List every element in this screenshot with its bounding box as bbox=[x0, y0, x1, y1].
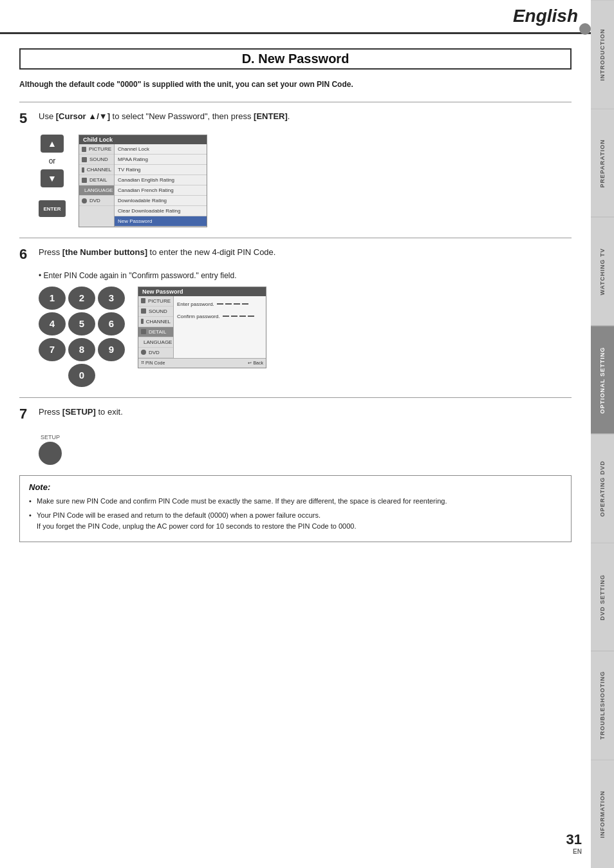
menu-right-clear-dl: Clear Downloadable Rating bbox=[115, 206, 207, 216]
step5-section: 5 Use [Cursor ▲/▼] to select "New Passwo… bbox=[19, 102, 572, 227]
remote-controls: ▲ or ▼ ENTER bbox=[39, 135, 66, 217]
num-btn-0: 0 bbox=[68, 364, 95, 387]
page-subtitle: Although the default code "0000" is supp… bbox=[19, 79, 572, 90]
or-label: or bbox=[49, 156, 56, 165]
step5-number: 5 bbox=[19, 110, 33, 127]
sidebar-tab-troubleshooting[interactable]: TROUBLESHOOTING bbox=[591, 651, 614, 760]
sidebar-tab-information[interactable]: INFORMATION bbox=[591, 760, 614, 869]
step5-header: 5 Use [Cursor ▲/▼] to select "New Passwo… bbox=[19, 110, 572, 127]
pw-enter-label: Enter password. bbox=[177, 301, 214, 307]
cursor-up-button: ▲ bbox=[41, 135, 64, 153]
sidebar-tab-watching-tv[interactable]: WATCHING TV bbox=[591, 217, 614, 326]
setup-button: SETUP bbox=[39, 434, 62, 465]
pw-menu: New Password PICTURE SOUND CHANNEL DETAI… bbox=[138, 287, 266, 368]
menu-left-picture: PICTURE bbox=[79, 144, 114, 155]
pw-menu-left: PICTURE SOUND CHANNEL DETAIL LANGUAGE DV… bbox=[138, 296, 174, 358]
note-item-1: Make sure new PIN Code and confirm PIN C… bbox=[29, 496, 562, 507]
top-bar: English bbox=[0, 0, 591, 34]
num-btn-8: 8 bbox=[68, 338, 95, 361]
language-label: English bbox=[513, 6, 578, 26]
num-btn-9: 9 bbox=[98, 338, 125, 361]
step7-instruction: Press [SETUP] to exit. bbox=[39, 406, 123, 419]
menu-right-can-fr: Canadian French Rating bbox=[115, 185, 207, 196]
note-box: Note: Make sure new PIN Code and confirm… bbox=[19, 475, 572, 543]
step6-bullet: Enter PIN Code again in "Confirm passwor… bbox=[39, 270, 572, 281]
sidebar-tab-dvd-setting[interactable]: DVD SETTING bbox=[591, 543, 614, 652]
page-title: D. New Password bbox=[19, 48, 572, 70]
step7-content: SETUP bbox=[39, 430, 572, 465]
note-title: Note: bbox=[29, 482, 562, 492]
num-btn-2: 2 bbox=[68, 287, 95, 310]
menu-right-tv-rating: TV Rating bbox=[115, 165, 207, 175]
pw-menu-footer: ⠿ PIN Code ↩ Back bbox=[138, 358, 266, 368]
cursor-down-button: ▼ bbox=[41, 169, 64, 187]
step6-instruction: Press [the Number buttons] to enter the … bbox=[39, 246, 275, 259]
menu-left-language: LANGUAGE bbox=[79, 185, 114, 196]
setup-circle-icon bbox=[39, 442, 62, 465]
numpad: 1 2 3 4 5 6 7 8 9 0 bbox=[39, 287, 125, 387]
pw-menu-left-picture: PICTURE bbox=[138, 296, 173, 307]
menu-right-new-pw: New Password bbox=[115, 216, 207, 227]
sidebar-tab-operating-dvd[interactable]: OPERATING DVD bbox=[591, 434, 614, 543]
sidebar-tab-preparation[interactable]: PREPARATION bbox=[591, 109, 614, 218]
pw-dots-confirm bbox=[223, 316, 254, 317]
menu-left-detail: DETAIL bbox=[79, 175, 114, 185]
enter-button: ENTER bbox=[39, 200, 66, 217]
setup-label: SETUP bbox=[41, 434, 60, 440]
top-circle-decoration bbox=[579, 23, 591, 35]
sidebar-tab-optional-setting[interactable]: OPTIONAL SETTING bbox=[591, 326, 614, 435]
num-btn-5: 5 bbox=[68, 312, 95, 335]
num-btn-7: 7 bbox=[39, 338, 66, 361]
step6-content: 1 2 3 4 5 6 7 8 9 0 New Password PICTURE bbox=[39, 287, 572, 387]
main-content: D. New Password Although the default cod… bbox=[0, 35, 591, 555]
pw-menu-left-channel: CHANNEL bbox=[138, 317, 173, 327]
step5-instruction: Use [Cursor ▲/▼] to select "New Password… bbox=[39, 110, 290, 123]
pw-footer-pin: ⠿ PIN Code bbox=[141, 361, 165, 366]
pw-menu-left-detail: DETAIL bbox=[138, 327, 173, 337]
pw-menu-left-dvd: DVD bbox=[138, 348, 173, 358]
step7-header: 7 Press [SETUP] to exit. bbox=[19, 406, 572, 422]
menu-right-downloadable: Downloadable Rating bbox=[115, 196, 207, 206]
pw-footer-back: ↩ Back bbox=[248, 361, 263, 366]
menu-right-can-eng: Canadian English Rating bbox=[115, 175, 207, 185]
num-btn-4: 4 bbox=[39, 312, 66, 335]
menu-left-sound: SOUND bbox=[79, 155, 114, 165]
num-btn-3: 3 bbox=[98, 287, 125, 310]
note-item-2: Your PIN Code will be erased and return … bbox=[29, 510, 562, 531]
step5-menu-header: Child Lock bbox=[79, 135, 207, 144]
step5-content: ▲ or ▼ ENTER Child Lock PICTURE SOUND CH… bbox=[39, 135, 572, 227]
pw-dots-enter bbox=[217, 303, 248, 305]
pw-confirm-label: Confirm password. bbox=[177, 314, 220, 319]
pw-confirm-row: Confirm password. bbox=[177, 314, 263, 319]
sidebar-tab-introduction[interactable]: INTRODUCTION bbox=[591, 0, 614, 109]
pw-menu-left-sound: SOUND bbox=[138, 307, 173, 317]
menu-left-dvd: DVD bbox=[79, 196, 114, 206]
menu-right-channel-lock: Channel Lock bbox=[115, 144, 207, 155]
pw-menu-header: New Password bbox=[138, 287, 266, 296]
menu-right-mpaa: MPAA Rating bbox=[115, 155, 207, 165]
pw-menu-left-language: LANGUAGE bbox=[138, 337, 173, 348]
num-btn-1: 1 bbox=[39, 287, 66, 310]
pw-menu-right: Enter password. Confirm password. bbox=[174, 296, 266, 358]
step5-menu-left: PICTURE SOUND CHANNEL DETAIL LANGUAGE DV… bbox=[79, 144, 115, 227]
step6-header: 6 Press [the Number buttons] to enter th… bbox=[19, 246, 572, 263]
pw-enter-row: Enter password. bbox=[177, 301, 263, 307]
step6-section: 6 Press [the Number buttons] to enter th… bbox=[19, 238, 572, 387]
menu-left-channel: CHANNEL bbox=[79, 165, 114, 175]
step5-tv-menu: Child Lock PICTURE SOUND CHANNEL DETAIL … bbox=[79, 135, 207, 227]
step7-number: 7 bbox=[19, 406, 33, 422]
step5-menu-right: Channel Lock MPAA Rating TV Rating Canad… bbox=[115, 144, 207, 227]
step6-number: 6 bbox=[19, 246, 33, 263]
num-btn-6: 6 bbox=[98, 312, 125, 335]
page-number: 31 EN bbox=[566, 831, 582, 855]
sidebar: INTRODUCTION PREPARATION WATCHING TV OPT… bbox=[591, 0, 614, 868]
step7-section: 7 Press [SETUP] to exit. SETUP bbox=[19, 397, 572, 465]
